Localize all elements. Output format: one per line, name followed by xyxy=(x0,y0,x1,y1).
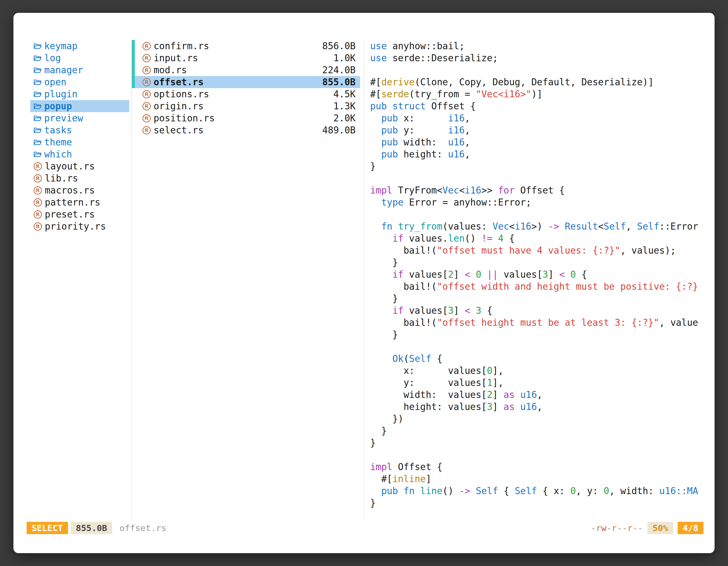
file-row-position.rs[interactable]: Rposition.rs2.0K xyxy=(132,112,360,124)
code-line: } xyxy=(370,425,715,437)
code-token: < xyxy=(459,185,465,196)
code-token: { xyxy=(498,485,515,496)
code-token: ( xyxy=(403,353,409,364)
file-name: layout.rs xyxy=(45,161,95,172)
code-token: Ok xyxy=(392,353,403,364)
file-row-confirm.rs[interactable]: Rconfirm.rs856.0B xyxy=(132,40,360,52)
code-line: Ok(Self { xyxy=(370,353,715,365)
code-token: () xyxy=(465,233,482,244)
code-line: }) xyxy=(370,413,715,425)
code-token: "offset must have 4 values: {:?}" xyxy=(437,245,620,256)
folder-open-icon xyxy=(34,115,41,122)
code-token: "offset width and height must be positiv… xyxy=(437,281,698,292)
rust-file-icon: R xyxy=(142,54,151,62)
file-name: priority.rs xyxy=(45,221,106,232)
code-token: < xyxy=(598,221,604,232)
file-row-offset.rs[interactable]: Roffset.rs855.0B xyxy=(132,76,360,88)
file-name: position.rs xyxy=(154,113,215,124)
rust-file-icon: R xyxy=(142,114,151,123)
code-token: try_from xyxy=(398,221,442,232)
dir-item-plugin[interactable]: plugin xyxy=(30,88,129,100)
code-token xyxy=(370,125,381,136)
code-token: "offset height must be at least 3: {:?}" xyxy=(437,317,659,328)
file-size: 489.0B xyxy=(322,125,356,136)
code-token: 0 xyxy=(604,485,609,496)
code-token: } xyxy=(370,425,387,436)
file-row-mod.rs[interactable]: Rmod.rs224.0B xyxy=(132,64,360,76)
code-token: 2 xyxy=(448,269,454,280)
dir-item-log[interactable]: log xyxy=(30,52,129,64)
code-token: serde xyxy=(381,89,409,100)
code-token: Offset { xyxy=(515,185,565,196)
code-token: ] xyxy=(454,269,465,280)
code-line: pub struct Offset { xyxy=(370,100,715,112)
dir-item-preview[interactable]: preview xyxy=(30,112,129,124)
file-name: origin.rs xyxy=(154,101,204,112)
code-line: x: values[0], xyxy=(370,365,715,377)
code-token: , xyxy=(465,137,470,148)
current-directory-pane: Rconfirm.rs856.0BRinput.rs1.0KRmod.rs224… xyxy=(132,40,364,136)
dir-item-tasks[interactable]: tasks xyxy=(30,124,129,136)
code-token: u16 xyxy=(448,137,465,148)
code-token: anyhow::bail; xyxy=(387,41,465,51)
folder-open-icon xyxy=(34,103,41,110)
dir-item-open[interactable]: open xyxy=(30,76,129,88)
code-token: height: values[ xyxy=(370,401,487,412)
code-token: { x: xyxy=(537,485,570,496)
parent-directory-pane: keymaplogmanageropenpluginpopuppreviewta… xyxy=(13,40,131,233)
code-line: } xyxy=(370,497,715,509)
code-token: if xyxy=(392,305,403,316)
permission-char: - xyxy=(622,523,627,533)
dir-item-manager[interactable]: manager xyxy=(30,64,129,76)
code-line: impl TryFrom<Vec<i16>> for Offset { xyxy=(370,184,715,196)
permission-char: r xyxy=(596,523,601,533)
dir-item-which[interactable]: which xyxy=(30,148,129,160)
code-token: i16 xyxy=(465,185,482,196)
file-item-lib.rs[interactable]: Rlib.rs xyxy=(30,172,129,184)
code-line: pub height: u16, xyxy=(370,148,715,160)
code-token: len xyxy=(448,233,465,244)
code-line xyxy=(370,340,715,353)
code-token xyxy=(370,149,381,160)
code-token: Error = anyhow::Error; xyxy=(403,197,531,208)
code-token xyxy=(370,221,381,232)
file-row-options.rs[interactable]: Roptions.rs4.5K xyxy=(132,88,360,100)
code-token: if xyxy=(392,269,403,280)
file-item-preset.rs[interactable]: Rpreset.rs xyxy=(30,208,129,220)
code-token xyxy=(481,269,487,280)
code-token: values[ xyxy=(498,269,543,280)
code-line: } xyxy=(370,437,715,449)
code-line: use serde::Deserialize; xyxy=(370,52,715,64)
code-token: ], xyxy=(492,365,504,376)
selection-mark xyxy=(132,40,135,52)
code-token: values. xyxy=(403,233,448,244)
dir-item-popup[interactable]: popup xyxy=(30,100,129,112)
code-token: { xyxy=(431,353,443,364)
file-name: offset.rs xyxy=(154,77,204,88)
dir-item-keymap[interactable]: keymap xyxy=(30,40,129,52)
file-item-priority.rs[interactable]: Rpriority.rs xyxy=(30,220,129,233)
file-item-pattern.rs[interactable]: Rpattern.rs xyxy=(30,196,129,208)
code-token: Result xyxy=(565,221,598,232)
code-line: width: values[2] as u16, xyxy=(370,389,715,401)
code-token: Self xyxy=(409,353,431,364)
code-line: pub y: i16, xyxy=(370,124,715,136)
code-token: 3 xyxy=(487,401,492,412)
file-row-input.rs[interactable]: Rinput.rs1.0K xyxy=(132,52,360,64)
file-item-layout.rs[interactable]: Rlayout.rs xyxy=(30,160,129,172)
folder-open-icon xyxy=(34,55,41,62)
file-name: mod.rs xyxy=(154,65,187,76)
file-row-origin.rs[interactable]: Rorigin.rs1.3K xyxy=(132,100,360,112)
file-row-select.rs[interactable]: Rselect.rs489.0B xyxy=(132,124,360,136)
panes-container: keymaplogmanageropenpluginpopuppreviewta… xyxy=(13,40,715,520)
selection-mark xyxy=(132,52,135,64)
dir-item-theme[interactable]: theme xyxy=(30,136,129,148)
code-token: < xyxy=(465,269,470,280)
code-token: ] xyxy=(492,401,504,412)
file-item-macros.rs[interactable]: Rmacros.rs xyxy=(30,184,129,196)
code-token: ::Error xyxy=(659,221,698,232)
code-token: x: values[ xyxy=(370,365,487,376)
code-token: , xyxy=(465,149,470,160)
code-token: } xyxy=(370,497,376,508)
code-token: < xyxy=(509,221,515,232)
